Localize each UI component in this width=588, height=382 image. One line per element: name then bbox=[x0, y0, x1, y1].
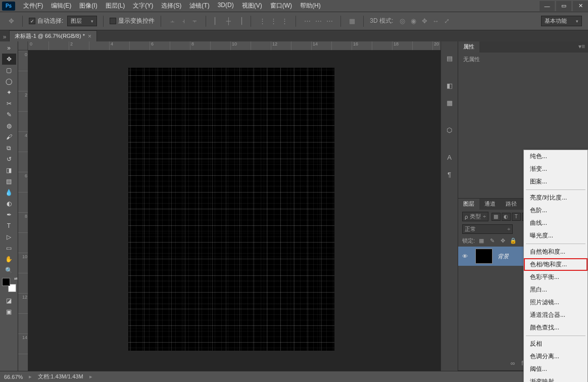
align-hcenter-icon[interactable]: ┼ bbox=[223, 16, 233, 26]
menu-滤镜[interactable]: 滤镜(T) bbox=[185, 0, 213, 12]
lock-transparency-icon[interactable]: ▦ bbox=[477, 237, 485, 245]
document-tab-close-icon[interactable]: × bbox=[88, 33, 91, 40]
layer-name[interactable]: 背景 bbox=[498, 253, 509, 260]
workspace-dropdown[interactable]: 基本功能 bbox=[541, 16, 582, 26]
canvas-area[interactable]: 024681012141618202224262830 024681012141… bbox=[18, 41, 440, 371]
menu-帮助[interactable]: 帮助(H) bbox=[296, 0, 325, 12]
menu-窗口[interactable]: 窗口(W) bbox=[266, 0, 296, 12]
paths-tab[interactable]: 路径 bbox=[501, 199, 522, 210]
distribute-4-icon[interactable]: ⋯ bbox=[302, 16, 312, 26]
show-transform-checkbox[interactable]: 显示变换控件 bbox=[110, 17, 155, 25]
pen-tool[interactable]: ✒ bbox=[2, 209, 16, 220]
lock-pixels-icon[interactable]: ✎ bbox=[488, 237, 496, 245]
context-menu-item[interactable]: 照片滤镜... bbox=[524, 296, 587, 309]
doctab-expand-icon[interactable]: » bbox=[0, 32, 9, 41]
eraser-tool[interactable]: ◨ bbox=[2, 165, 16, 176]
filter-adjust-icon[interactable]: ◐ bbox=[502, 213, 511, 221]
menu-视图[interactable]: 视图(V) bbox=[238, 0, 266, 12]
auto-align-icon[interactable]: ▦ bbox=[347, 16, 357, 26]
hand-tool[interactable]: ✋ bbox=[2, 254, 16, 265]
history-panel-icon[interactable]: ▤ bbox=[443, 52, 456, 65]
swatches-panel-icon[interactable]: ▦ bbox=[443, 96, 456, 109]
context-menu-item[interactable]: 色相/饱和度... bbox=[524, 258, 587, 271]
context-menu-item[interactable]: 黑白... bbox=[524, 283, 587, 296]
expand-toolbox-icon[interactable]: » bbox=[2, 42, 16, 54]
context-menu-item[interactable]: 曝光度... bbox=[524, 229, 587, 242]
context-menu-item[interactable]: 渐变映射... bbox=[524, 375, 587, 382]
distribute-3-icon[interactable]: ⋮ bbox=[279, 16, 289, 26]
context-menu-item[interactable]: 反相 bbox=[524, 338, 587, 350]
ruler-vertical[interactable]: 024681012141618202224262830 bbox=[18, 51, 28, 371]
context-menu-item[interactable]: 自然饱和度... bbox=[524, 246, 587, 258]
3d-roll-icon[interactable]: ◉ bbox=[408, 16, 418, 26]
path-select-tool[interactable]: ▷ bbox=[2, 231, 16, 243]
marquee-tool[interactable]: ▢ bbox=[2, 65, 16, 76]
swap-colors-icon[interactable]: ⇄ bbox=[14, 276, 18, 281]
layer-visibility-icon[interactable]: 👁 bbox=[462, 253, 470, 259]
magic-wand-tool[interactable]: ✦ bbox=[2, 87, 16, 98]
character-panel-icon[interactable]: A bbox=[443, 151, 456, 164]
brush-tool[interactable]: 🖌 bbox=[2, 131, 16, 142]
move-tool-preset-icon[interactable]: ✥ bbox=[6, 16, 16, 26]
blur-tool[interactable]: 💧 bbox=[2, 187, 16, 198]
zoom-tool[interactable]: 🔍 bbox=[2, 265, 16, 276]
doc-size-label[interactable]: 文档:1.43M/1.43M bbox=[38, 373, 83, 380]
filter-type-icon[interactable]: T bbox=[512, 213, 521, 221]
properties-tab[interactable]: 属性 bbox=[458, 41, 479, 53]
menu-图像[interactable]: 图像(I) bbox=[75, 0, 101, 12]
context-menu-item[interactable]: 色调分离... bbox=[524, 350, 587, 363]
distribute-6-icon[interactable]: ⋯ bbox=[324, 16, 334, 26]
menu-编辑[interactable]: 编辑(E) bbox=[47, 0, 75, 12]
context-menu-item[interactable]: 曲线... bbox=[524, 217, 587, 229]
move-tool[interactable]: ✥ bbox=[2, 54, 16, 65]
maximize-button[interactable]: ▭ bbox=[556, 1, 571, 11]
lock-position-icon[interactable]: ✥ bbox=[499, 237, 507, 245]
blend-mode-dropdown[interactable]: 正常 bbox=[462, 224, 513, 234]
context-menu-item[interactable]: 渐变... bbox=[524, 163, 587, 175]
ruler-horizontal[interactable]: 024681012141618202224262830 bbox=[28, 41, 440, 51]
properties-panel-menu-icon[interactable]: ▾≡ bbox=[575, 41, 588, 53]
dodge-tool[interactable]: ◐ bbox=[2, 198, 16, 209]
screen-mode-tool[interactable]: ▣ bbox=[2, 306, 16, 317]
filter-pixel-icon[interactable]: ▩ bbox=[492, 213, 501, 221]
minimize-button[interactable]: — bbox=[540, 1, 555, 11]
3d-pan-icon[interactable]: ✥ bbox=[419, 16, 429, 26]
align-bottom-icon[interactable]: ⫟ bbox=[189, 16, 200, 26]
lasso-tool[interactable]: ◯ bbox=[2, 76, 16, 87]
libraries-panel-icon[interactable]: ⬡ bbox=[443, 123, 456, 136]
menu-选择[interactable]: 选择(S) bbox=[157, 0, 185, 12]
crop-tool[interactable]: ✂ bbox=[2, 98, 16, 109]
rectangle-tool[interactable]: ▭ bbox=[2, 243, 16, 254]
align-right-icon[interactable]: ▕ bbox=[234, 16, 244, 26]
menu-3D[interactable]: 3D(D) bbox=[214, 0, 238, 12]
zoom-level[interactable]: 66.67% bbox=[4, 374, 23, 380]
channels-tab[interactable]: 通道 bbox=[479, 199, 501, 210]
distribute-1-icon[interactable]: ⋮ bbox=[257, 16, 267, 26]
healing-brush-tool[interactable]: ◍ bbox=[2, 120, 16, 131]
context-menu-item[interactable]: 通道混合器... bbox=[524, 309, 587, 321]
color-panel-icon[interactable]: ◧ bbox=[443, 79, 456, 92]
context-menu-item[interactable]: 亮度/对比度... bbox=[524, 192, 587, 204]
distribute-5-icon[interactable]: ⋯ bbox=[313, 16, 323, 26]
eyedropper-tool[interactable]: ✎ bbox=[2, 109, 16, 120]
menu-图层[interactable]: 图层(L) bbox=[102, 0, 129, 12]
auto-select-checkbox[interactable]: ✓ 自动选择: bbox=[29, 17, 63, 25]
clone-stamp-tool[interactable]: ⧉ bbox=[2, 142, 16, 154]
link-layers-icon[interactable]: ∞ bbox=[508, 359, 517, 367]
3d-slide-icon[interactable]: ↔ bbox=[430, 16, 440, 26]
gradient-tool[interactable]: ▤ bbox=[2, 176, 16, 187]
context-menu-item[interactable]: 纯色... bbox=[524, 150, 587, 163]
canvas[interactable] bbox=[128, 68, 334, 351]
color-swatches[interactable]: ⇄ bbox=[2, 278, 16, 292]
layer-filter-kind-dropdown[interactable]: ρ 类型 bbox=[462, 212, 488, 221]
document-tab[interactable]: 未标题-1 @ 66.7%(RGB/8) * × bbox=[9, 30, 97, 41]
align-top-icon[interactable]: ⫠ bbox=[167, 16, 177, 26]
paragraph-panel-icon[interactable]: ¶ bbox=[443, 168, 456, 181]
context-menu-item[interactable]: 色彩平衡... bbox=[524, 271, 587, 283]
foreground-color-swatch[interactable] bbox=[2, 278, 10, 286]
menu-文字[interactable]: 文字(Y) bbox=[129, 0, 157, 12]
distribute-2-icon[interactable]: ⋮ bbox=[268, 16, 278, 26]
close-button[interactable]: ✕ bbox=[573, 1, 588, 11]
align-vcenter-icon[interactable]: ⫞ bbox=[178, 16, 188, 26]
context-menu-item[interactable]: 颜色查找... bbox=[524, 321, 587, 334]
